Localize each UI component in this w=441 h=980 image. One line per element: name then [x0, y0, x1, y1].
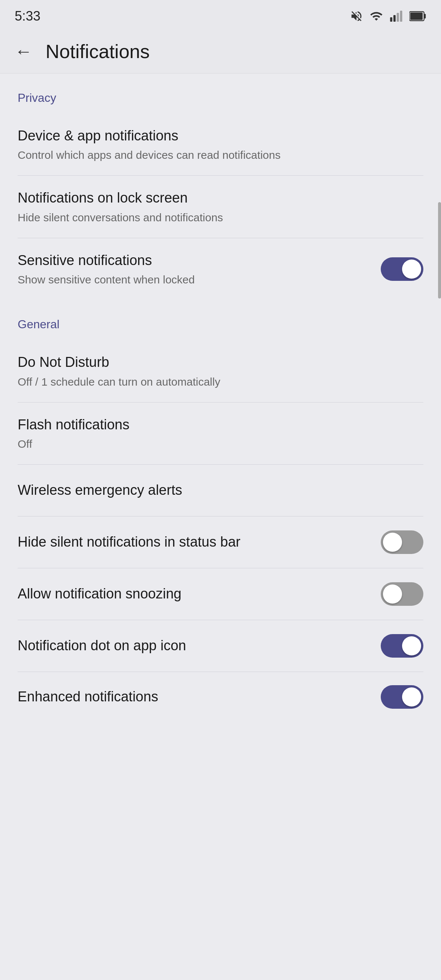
scrollbar-thumb[interactable] — [438, 202, 441, 299]
setting-subtitle-flash: Off — [18, 437, 409, 451]
toggle-knob-sensitive — [402, 259, 421, 278]
section-header-general: General — [0, 300, 441, 340]
settings-item-enhanced-notifications[interactable]: Enhanced notifications — [0, 672, 441, 716]
toggle-knob-hide-silent — [383, 533, 402, 552]
back-button[interactable]: ← — [15, 43, 32, 60]
svg-rect-1 — [393, 15, 396, 22]
svg-rect-2 — [397, 13, 399, 22]
setting-title-hide-silent: Hide silent notifications in status bar — [18, 533, 366, 551]
settings-item-hide-silent[interactable]: Hide silent notifications in status bar — [0, 517, 441, 568]
setting-title-dnd: Do Not Disturb — [18, 353, 409, 371]
setting-title-emergency: Wireless emergency alerts — [18, 481, 409, 499]
setting-subtitle-dnd: Off / 1 schedule can turn on automatical… — [18, 375, 409, 389]
toggle-knob-snoozing — [383, 584, 402, 604]
scrollbar[interactable] — [437, 73, 441, 716]
svg-rect-3 — [400, 11, 403, 22]
page-title: Notifications — [46, 40, 150, 62]
setting-title-device-app: Device & app notifications — [18, 127, 409, 145]
setting-subtitle-device-app: Control which apps and devices can read … — [18, 148, 409, 162]
toggle-knob-notification-dot — [402, 636, 421, 655]
status-icons — [350, 10, 426, 23]
section-header-privacy: Privacy — [0, 73, 441, 114]
setting-title-snoozing: Allow notification snoozing — [18, 585, 366, 603]
toggle-sensitive-notifications[interactable] — [381, 257, 423, 281]
setting-title-flash: Flash notifications — [18, 416, 409, 434]
settings-item-flash-notifications[interactable]: Flash notifications Off — [0, 402, 441, 464]
settings-item-notification-snoozing[interactable]: Allow notification snoozing — [0, 568, 441, 620]
setting-title-enhanced: Enhanced notifications — [18, 688, 366, 706]
toggle-notification-dot[interactable] — [381, 634, 423, 658]
svg-rect-0 — [390, 17, 393, 22]
settings-item-do-not-disturb[interactable]: Do Not Disturb Off / 1 schedule can turn… — [0, 340, 441, 402]
setting-title-notification-dot: Notification dot on app icon — [18, 637, 366, 655]
battery-icon — [409, 10, 426, 23]
wifi-icon — [370, 10, 383, 23]
setting-subtitle-sensitive: Show sensitive content when locked — [18, 272, 366, 287]
setting-title-sensitive: Sensitive notifications — [18, 251, 366, 269]
toggle-notification-snoozing[interactable] — [381, 582, 423, 606]
toggle-enhanced-notifications[interactable] — [381, 685, 423, 709]
status-bar: 5:33 — [0, 0, 441, 29]
signal-icon — [390, 10, 403, 23]
settings-item-emergency-alerts[interactable]: Wireless emergency alerts — [0, 465, 441, 516]
top-app-bar: ← Notifications — [0, 29, 441, 73]
settings-item-device-app-notifications[interactable]: Device & app notifications Control which… — [0, 114, 441, 175]
toggle-hide-silent[interactable] — [381, 530, 423, 554]
setting-title-lock-screen: Notifications on lock screen — [18, 189, 409, 207]
svg-rect-6 — [410, 13, 423, 20]
content: Privacy Device & app notifications Contr… — [0, 73, 441, 716]
settings-item-sensitive-notifications[interactable]: Sensitive notifications Show sensitive c… — [0, 238, 441, 300]
settings-item-notification-dot[interactable]: Notification dot on app icon — [0, 620, 441, 671]
status-time: 5:33 — [15, 8, 40, 24]
toggle-knob-enhanced — [402, 687, 421, 706]
settings-item-lock-screen[interactable]: Notifications on lock screen Hide silent… — [0, 176, 441, 237]
mute-icon — [350, 10, 363, 23]
setting-subtitle-lock-screen: Hide silent conversations and notificati… — [18, 210, 409, 224]
svg-rect-5 — [424, 14, 426, 18]
